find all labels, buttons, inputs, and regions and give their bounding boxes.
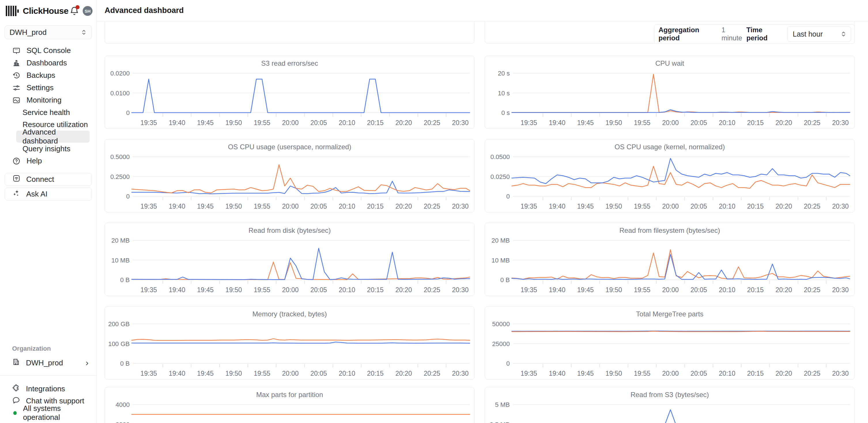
svg-text:20:20: 20:20	[395, 119, 412, 127]
bar-chart-icon	[12, 59, 21, 67]
svg-text:19:55: 19:55	[254, 119, 270, 127]
svg-text:19:45: 19:45	[577, 370, 594, 377]
svg-text:20:05: 20:05	[690, 119, 707, 127]
svg-text:20:15: 20:15	[747, 119, 764, 127]
system-status[interactable]: All systems operational	[0, 407, 97, 419]
chart-card-read-from-filesystem: 20 MB10 MB0 B19:3519:4019:4519:5019:5520…	[485, 223, 855, 296]
svg-text:10 MB: 10 MB	[491, 257, 510, 264]
svg-text:20:00: 20:00	[282, 370, 299, 377]
chart-title: Total MergeTree parts	[485, 310, 855, 318]
sidebar-item-sql-console[interactable]: SQL Console	[0, 44, 97, 57]
chevron-right-icon: ›	[86, 358, 89, 367]
chart-card-s3-read-errors: 0.02000.0100019:3519:4019:4519:5019:5520…	[104, 56, 475, 129]
sidebar-subitem-label: Advanced dashboard	[23, 128, 90, 145]
svg-text:20:20: 20:20	[395, 370, 412, 377]
svg-text:20:20: 20:20	[775, 202, 792, 210]
chart-title: OS CPU usage (userspace, normalized)	[105, 143, 474, 151]
svg-text:19:35: 19:35	[141, 202, 157, 210]
svg-text:20:25: 20:25	[424, 370, 440, 377]
svg-text:19:50: 19:50	[606, 370, 622, 377]
time-period-select[interactable]: Last hour	[787, 26, 851, 42]
status-dot-icon	[13, 411, 17, 415]
svg-text:200 GB: 200 GB	[108, 320, 130, 328]
svg-text:19:45: 19:45	[197, 370, 214, 377]
svg-text:20:15: 20:15	[367, 370, 384, 377]
svg-text:19:40: 19:40	[169, 119, 186, 127]
svg-text:20:00: 20:00	[662, 370, 679, 377]
svg-text:19:45: 19:45	[197, 119, 214, 127]
sidebar-item-help[interactable]: Help	[0, 155, 97, 167]
svg-text:20:15: 20:15	[367, 202, 384, 210]
chart-title: CPU wait	[485, 59, 855, 67]
svg-text:20:05: 20:05	[310, 370, 327, 377]
svg-text:0 B: 0 B	[120, 276, 130, 284]
svg-text:20:00: 20:00	[662, 119, 679, 127]
svg-text:0 B: 0 B	[120, 360, 130, 367]
ask-ai-button-label: Ask AI	[26, 190, 48, 198]
avatar[interactable]: SH	[83, 6, 93, 16]
connect-button[interactable]: Connect	[5, 173, 92, 186]
svg-text:20:00: 20:00	[662, 286, 679, 294]
service-selector[interactable]: DWH_prod	[5, 25, 92, 39]
service-selector-value: DWH_prod	[9, 28, 47, 37]
svg-text:0.0250: 0.0250	[491, 173, 510, 181]
svg-text:19:55: 19:55	[634, 370, 650, 377]
svg-text:20:25: 20:25	[424, 119, 440, 127]
svg-text:20:05: 20:05	[690, 202, 707, 210]
sidebar-item-label: Backups	[27, 71, 55, 80]
svg-text:20:30: 20:30	[452, 119, 469, 127]
svg-text:19:35: 19:35	[521, 202, 537, 210]
chart-title: OS CPU usage (kernel, normalized)	[485, 143, 855, 151]
svg-text:19:40: 19:40	[549, 370, 566, 377]
svg-text:20:25: 20:25	[424, 202, 440, 210]
notifications-button[interactable]	[69, 6, 79, 16]
sidebar-nav: SQL Console Dashboards Backups Settings …	[0, 44, 97, 167]
chart-title: Read from S3 (bytes/sec)	[485, 391, 855, 399]
svg-text:20:30: 20:30	[832, 286, 849, 294]
svg-text:10 s: 10 s	[498, 90, 510, 97]
organization-heading: Organization	[0, 345, 97, 352]
svg-text:20:30: 20:30	[832, 202, 849, 210]
svg-text:0 s: 0 s	[501, 109, 510, 117]
svg-text:0: 0	[126, 193, 130, 200]
svg-text:20:30: 20:30	[452, 202, 469, 210]
svg-text:19:35: 19:35	[141, 119, 157, 127]
svg-text:20:20: 20:20	[395, 286, 412, 294]
svg-text:20:25: 20:25	[804, 202, 820, 210]
svg-text:20 s: 20 s	[498, 70, 510, 77]
svg-text:19:55: 19:55	[254, 370, 270, 377]
organization-name: DWH_prod	[26, 358, 63, 367]
sidebar-item-monitoring[interactable]: Monitoring	[0, 94, 97, 106]
organization-selector[interactable]: DWH_prod ›	[0, 356, 97, 369]
sidebar-item-dashboards[interactable]: Dashboards	[0, 57, 97, 69]
svg-text:19:35: 19:35	[141, 370, 157, 377]
svg-text:19:45: 19:45	[197, 286, 214, 294]
svg-text:20:30: 20:30	[832, 119, 849, 127]
chart-card-read-from-s3: 5 MB2.5 MB0 B19:3519:4019:4519:5019:5520…	[485, 387, 855, 423]
svg-text:19:50: 19:50	[606, 202, 622, 210]
svg-text:20:20: 20:20	[775, 119, 792, 127]
svg-text:20:05: 20:05	[690, 286, 707, 294]
sidebar-item-advanced-dashboard[interactable]: Advanced dashboard	[16, 131, 90, 143]
svg-text:20:00: 20:00	[282, 202, 299, 210]
svg-text:19:40: 19:40	[549, 286, 566, 294]
sidebar-item-integrations[interactable]: Integrations	[0, 383, 97, 395]
svg-text:20:00: 20:00	[282, 119, 299, 127]
svg-text:50000: 50000	[492, 320, 510, 328]
ask-ai-button[interactable]: Ask AI	[5, 188, 92, 200]
sidebar-item-service-health[interactable]: Service health	[16, 106, 90, 119]
svg-text:100 GB: 100 GB	[108, 340, 130, 348]
sidebar: ClickHouse SH DWH_prod SQL Console Das	[0, 0, 97, 423]
svg-text:20:30: 20:30	[832, 370, 849, 377]
svg-text:19:50: 19:50	[606, 119, 622, 127]
svg-text:20:10: 20:10	[339, 286, 355, 294]
svg-text:19:40: 19:40	[549, 119, 566, 127]
puzzle-icon	[12, 384, 20, 394]
sidebar-item-settings[interactable]: Settings	[0, 82, 97, 94]
svg-text:19:50: 19:50	[606, 286, 622, 294]
svg-text:20:15: 20:15	[747, 202, 764, 210]
connect-icon	[12, 174, 21, 185]
sidebar-subitem-label: Query insights	[23, 144, 70, 153]
sidebar-item-label: SQL Console	[27, 46, 71, 55]
sidebar-item-backups[interactable]: Backups	[0, 69, 97, 82]
